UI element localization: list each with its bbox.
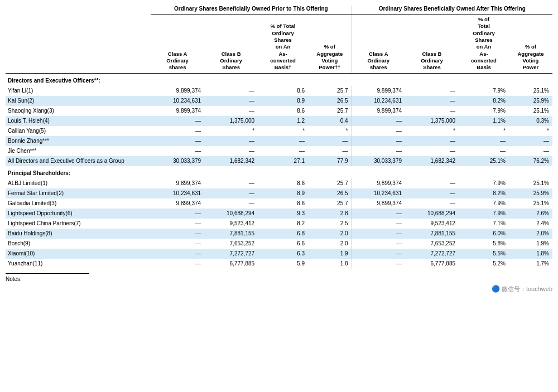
data-cell: — xyxy=(352,126,405,136)
data-cell: 9,899,374 xyxy=(151,178,204,188)
table-row: Galbadia Limited(3)9,899,374—8.625.79,89… xyxy=(6,199,552,209)
data-cell: 9.3 xyxy=(258,209,308,219)
name-cell: Bonnie Zhang*** xyxy=(6,136,151,146)
data-cell: * xyxy=(405,126,459,136)
table-row: All Directors and Executive Officers as … xyxy=(6,156,552,166)
data-cell: * xyxy=(258,126,308,136)
data-cell: 10,234,631 xyxy=(151,188,204,199)
data-cell: — xyxy=(258,146,308,156)
name-cell: Lightspeed China Partners(7) xyxy=(6,219,151,229)
data-cell: 2.0% xyxy=(509,229,552,239)
table-row: Cailian Yang(5)—***—*** xyxy=(6,126,552,136)
data-cell: 9,899,374 xyxy=(352,86,405,96)
data-cell: — xyxy=(204,86,258,96)
data-cell: 7.9% xyxy=(459,209,509,219)
table-row: ALBJ Limited(1)9,899,374—8.625.79,899,37… xyxy=(6,178,552,188)
data-cell: 8.6 xyxy=(258,106,308,116)
data-cell: — xyxy=(204,136,258,146)
data-cell: * xyxy=(204,126,258,136)
data-cell: — xyxy=(405,106,459,116)
data-cell: 7,881,155 xyxy=(405,229,459,239)
name-cell: ALBJ Limited(1) xyxy=(6,178,151,188)
name-cell: Yuanzhan(11) xyxy=(6,259,151,269)
footer-divider xyxy=(6,273,89,274)
data-cell: 1,375,000 xyxy=(204,116,258,126)
data-cell: * xyxy=(509,126,552,136)
data-cell: — xyxy=(308,136,352,146)
data-cell: 9,899,374 xyxy=(352,106,405,116)
table-row: Kai Sun(2)10,234,631—8.926.510,234,631—8… xyxy=(6,96,552,106)
data-cell: 2.4% xyxy=(509,219,552,229)
footer-section: Notes: xyxy=(6,273,552,282)
data-cell: 9,899,374 xyxy=(151,199,204,209)
data-cell: — xyxy=(151,249,204,259)
name-cell: Lightspeed Opportunity(6) xyxy=(6,209,151,219)
data-cell: 10,234,631 xyxy=(352,188,405,199)
data-cell: — xyxy=(151,146,204,156)
prior-pct-voting-header: % ofAggregateVotingPower†† xyxy=(308,14,352,74)
watermark: 🔵 微信号：touchweb xyxy=(6,285,552,293)
data-cell: — xyxy=(204,178,258,188)
data-cell: 25.7 xyxy=(308,178,352,188)
data-cell: 1.7% xyxy=(509,259,552,269)
data-cell: — xyxy=(405,86,459,96)
data-cell: 25.1% xyxy=(509,178,552,188)
after-pct-voting-header: % ofAggregateVotingPower xyxy=(509,14,552,74)
data-cell: 2.0 xyxy=(308,229,352,239)
data-cell: 7,272,727 xyxy=(405,249,459,259)
data-cell: — xyxy=(151,239,204,249)
table-row: Louis T. Hsieh(4)—1,375,0001.20.4—1,375,… xyxy=(6,116,552,126)
name-cell: Bosch(9) xyxy=(6,239,151,249)
data-cell: — xyxy=(151,219,204,229)
after-group-header: Ordinary Shares Beneficially Owned After… xyxy=(352,6,552,14)
data-cell: 8.2% xyxy=(459,96,509,106)
data-cell: 1.9 xyxy=(308,249,352,259)
data-cell: 25.1% xyxy=(509,86,552,96)
after-class-b-header: Class BOrdinaryShares xyxy=(405,14,459,74)
data-cell: 1,682,342 xyxy=(405,156,459,166)
data-cell: — xyxy=(352,249,405,259)
table-wrapper: Ordinary Shares Beneficially Owned Prior… xyxy=(6,6,552,269)
data-cell: 8.2 xyxy=(258,219,308,229)
data-cell: 1.9% xyxy=(509,239,552,249)
data-cell: 25.1% xyxy=(509,106,552,116)
data-cell: 25.7 xyxy=(308,86,352,96)
data-cell: 77.9 xyxy=(308,156,352,166)
data-cell: — xyxy=(352,259,405,269)
section-title: Directors and Executive Officers**: xyxy=(6,73,552,86)
ownership-table: Ordinary Shares Beneficially Owned Prior… xyxy=(6,6,552,269)
table-row: Fermat Star Limited(2)10,234,631—8.926.5… xyxy=(6,188,552,199)
data-cell: 25.9% xyxy=(509,188,552,199)
data-cell: 2.5 xyxy=(308,219,352,229)
data-cell: — xyxy=(151,209,204,219)
data-cell: 8.6 xyxy=(258,178,308,188)
data-cell: 5.5% xyxy=(459,249,509,259)
data-cell: * xyxy=(459,126,509,136)
data-cell: — xyxy=(405,96,459,106)
name-cell: Jie Chen*** xyxy=(6,146,151,156)
name-cell: Galbadia Limited(3) xyxy=(6,199,151,209)
data-cell: 1.2 xyxy=(258,116,308,126)
section-header-row: Principal Shareholders: xyxy=(6,166,552,178)
table-row: Bonnie Zhang***———————— xyxy=(6,136,552,146)
data-cell: 8.2% xyxy=(459,188,509,199)
data-cell: 1.1% xyxy=(459,116,509,126)
name-cell: Xiaomi(10) xyxy=(6,249,151,259)
data-cell: * xyxy=(308,126,352,136)
data-cell: 9,899,374 xyxy=(151,106,204,116)
name-cell: All Directors and Executive Officers as … xyxy=(6,156,151,166)
data-cell: — xyxy=(151,229,204,239)
group-header-row: Ordinary Shares Beneficially Owned Prior… xyxy=(6,6,552,14)
prior-class-b-header: Class BOrdinaryShares xyxy=(204,14,258,74)
data-cell: 7,881,155 xyxy=(204,229,258,239)
table-row: Lightspeed Opportunity(6)—10,688,2949.32… xyxy=(6,209,552,219)
data-cell: — xyxy=(405,146,459,156)
table-row: Lightspeed China Partners(7)—9,523,4128.… xyxy=(6,219,552,229)
data-cell: 7.1% xyxy=(459,219,509,229)
data-cell: 7.9% xyxy=(459,86,509,96)
table-row: Yifan Li(1)9,899,374—8.625.79,899,374—7.… xyxy=(6,86,552,96)
data-cell: 26.5 xyxy=(308,96,352,106)
data-cell: 1.8 xyxy=(308,259,352,269)
data-cell: 9,899,374 xyxy=(151,86,204,96)
data-cell: 2.0 xyxy=(308,239,352,249)
